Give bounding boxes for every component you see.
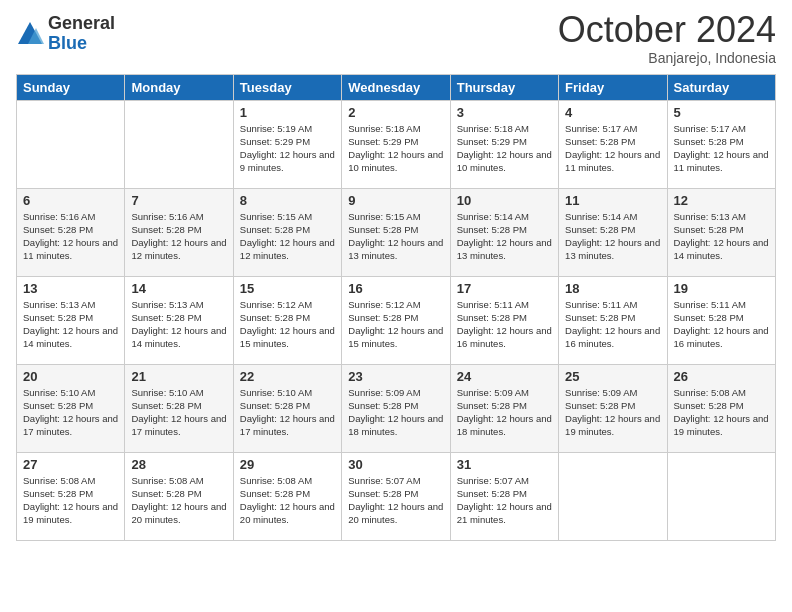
day-info: Sunrise: 5:10 AM Sunset: 5:28 PM Dayligh… xyxy=(240,386,335,439)
table-cell xyxy=(17,100,125,188)
day-info: Sunrise: 5:12 AM Sunset: 5:28 PM Dayligh… xyxy=(240,298,335,351)
table-cell: 6Sunrise: 5:16 AM Sunset: 5:28 PM Daylig… xyxy=(17,188,125,276)
day-number: 17 xyxy=(457,281,552,296)
logo-general-text: General xyxy=(48,14,115,34)
table-cell: 2Sunrise: 5:18 AM Sunset: 5:29 PM Daylig… xyxy=(342,100,450,188)
day-info: Sunrise: 5:14 AM Sunset: 5:28 PM Dayligh… xyxy=(565,210,660,263)
day-number: 6 xyxy=(23,193,118,208)
day-info: Sunrise: 5:09 AM Sunset: 5:28 PM Dayligh… xyxy=(348,386,443,439)
location: Banjarejo, Indonesia xyxy=(558,50,776,66)
day-number: 13 xyxy=(23,281,118,296)
day-info: Sunrise: 5:13 AM Sunset: 5:28 PM Dayligh… xyxy=(23,298,118,351)
col-sunday: Sunday xyxy=(17,74,125,100)
day-number: 1 xyxy=(240,105,335,120)
logo: General Blue xyxy=(16,14,115,54)
table-cell: 19Sunrise: 5:11 AM Sunset: 5:28 PM Dayli… xyxy=(667,276,775,364)
col-tuesday: Tuesday xyxy=(233,74,341,100)
logo-text: General Blue xyxy=(48,14,115,54)
day-number: 27 xyxy=(23,457,118,472)
day-number: 22 xyxy=(240,369,335,384)
table-cell xyxy=(125,100,233,188)
table-cell: 24Sunrise: 5:09 AM Sunset: 5:28 PM Dayli… xyxy=(450,364,558,452)
day-number: 31 xyxy=(457,457,552,472)
table-cell: 4Sunrise: 5:17 AM Sunset: 5:28 PM Daylig… xyxy=(559,100,667,188)
day-info: Sunrise: 5:19 AM Sunset: 5:29 PM Dayligh… xyxy=(240,122,335,175)
table-cell: 26Sunrise: 5:08 AM Sunset: 5:28 PM Dayli… xyxy=(667,364,775,452)
col-wednesday: Wednesday xyxy=(342,74,450,100)
day-number: 7 xyxy=(131,193,226,208)
table-cell: 1Sunrise: 5:19 AM Sunset: 5:29 PM Daylig… xyxy=(233,100,341,188)
day-info: Sunrise: 5:17 AM Sunset: 5:28 PM Dayligh… xyxy=(565,122,660,175)
table-cell: 16Sunrise: 5:12 AM Sunset: 5:28 PM Dayli… xyxy=(342,276,450,364)
table-cell xyxy=(559,452,667,540)
day-info: Sunrise: 5:09 AM Sunset: 5:28 PM Dayligh… xyxy=(565,386,660,439)
day-number: 10 xyxy=(457,193,552,208)
week-row-0: 1Sunrise: 5:19 AM Sunset: 5:29 PM Daylig… xyxy=(17,100,776,188)
day-info: Sunrise: 5:08 AM Sunset: 5:28 PM Dayligh… xyxy=(674,386,769,439)
title-block: October 2024 Banjarejo, Indonesia xyxy=(558,10,776,66)
day-number: 14 xyxy=(131,281,226,296)
col-friday: Friday xyxy=(559,74,667,100)
col-saturday: Saturday xyxy=(667,74,775,100)
day-number: 28 xyxy=(131,457,226,472)
table-cell: 30Sunrise: 5:07 AM Sunset: 5:28 PM Dayli… xyxy=(342,452,450,540)
day-number: 4 xyxy=(565,105,660,120)
day-number: 9 xyxy=(348,193,443,208)
day-info: Sunrise: 5:15 AM Sunset: 5:28 PM Dayligh… xyxy=(348,210,443,263)
table-cell: 27Sunrise: 5:08 AM Sunset: 5:28 PM Dayli… xyxy=(17,452,125,540)
day-number: 15 xyxy=(240,281,335,296)
week-row-2: 13Sunrise: 5:13 AM Sunset: 5:28 PM Dayli… xyxy=(17,276,776,364)
table-cell: 13Sunrise: 5:13 AM Sunset: 5:28 PM Dayli… xyxy=(17,276,125,364)
header: General Blue October 2024 Banjarejo, Ind… xyxy=(16,10,776,66)
day-info: Sunrise: 5:08 AM Sunset: 5:28 PM Dayligh… xyxy=(23,474,118,527)
table-cell: 17Sunrise: 5:11 AM Sunset: 5:28 PM Dayli… xyxy=(450,276,558,364)
day-number: 23 xyxy=(348,369,443,384)
day-info: Sunrise: 5:08 AM Sunset: 5:28 PM Dayligh… xyxy=(131,474,226,527)
day-number: 20 xyxy=(23,369,118,384)
table-cell: 8Sunrise: 5:15 AM Sunset: 5:28 PM Daylig… xyxy=(233,188,341,276)
col-thursday: Thursday xyxy=(450,74,558,100)
table-cell: 28Sunrise: 5:08 AM Sunset: 5:28 PM Dayli… xyxy=(125,452,233,540)
day-number: 11 xyxy=(565,193,660,208)
day-number: 5 xyxy=(674,105,769,120)
day-info: Sunrise: 5:10 AM Sunset: 5:28 PM Dayligh… xyxy=(23,386,118,439)
day-number: 25 xyxy=(565,369,660,384)
week-row-4: 27Sunrise: 5:08 AM Sunset: 5:28 PM Dayli… xyxy=(17,452,776,540)
table-cell: 18Sunrise: 5:11 AM Sunset: 5:28 PM Dayli… xyxy=(559,276,667,364)
day-info: Sunrise: 5:08 AM Sunset: 5:28 PM Dayligh… xyxy=(240,474,335,527)
month-title: October 2024 xyxy=(558,10,776,50)
day-info: Sunrise: 5:16 AM Sunset: 5:28 PM Dayligh… xyxy=(23,210,118,263)
day-number: 3 xyxy=(457,105,552,120)
table-cell: 23Sunrise: 5:09 AM Sunset: 5:28 PM Dayli… xyxy=(342,364,450,452)
day-info: Sunrise: 5:07 AM Sunset: 5:28 PM Dayligh… xyxy=(348,474,443,527)
table-cell: 3Sunrise: 5:18 AM Sunset: 5:29 PM Daylig… xyxy=(450,100,558,188)
day-info: Sunrise: 5:18 AM Sunset: 5:29 PM Dayligh… xyxy=(348,122,443,175)
table-cell: 12Sunrise: 5:13 AM Sunset: 5:28 PM Dayli… xyxy=(667,188,775,276)
table-cell: 9Sunrise: 5:15 AM Sunset: 5:28 PM Daylig… xyxy=(342,188,450,276)
day-number: 26 xyxy=(674,369,769,384)
day-number: 24 xyxy=(457,369,552,384)
day-info: Sunrise: 5:18 AM Sunset: 5:29 PM Dayligh… xyxy=(457,122,552,175)
day-number: 8 xyxy=(240,193,335,208)
day-number: 12 xyxy=(674,193,769,208)
table-cell: 10Sunrise: 5:14 AM Sunset: 5:28 PM Dayli… xyxy=(450,188,558,276)
table-cell: 21Sunrise: 5:10 AM Sunset: 5:28 PM Dayli… xyxy=(125,364,233,452)
logo-blue-text: Blue xyxy=(48,34,115,54)
table-cell: 25Sunrise: 5:09 AM Sunset: 5:28 PM Dayli… xyxy=(559,364,667,452)
day-info: Sunrise: 5:09 AM Sunset: 5:28 PM Dayligh… xyxy=(457,386,552,439)
day-info: Sunrise: 5:15 AM Sunset: 5:28 PM Dayligh… xyxy=(240,210,335,263)
day-info: Sunrise: 5:10 AM Sunset: 5:28 PM Dayligh… xyxy=(131,386,226,439)
page: General Blue October 2024 Banjarejo, Ind… xyxy=(0,0,792,612)
table-cell: 29Sunrise: 5:08 AM Sunset: 5:28 PM Dayli… xyxy=(233,452,341,540)
day-info: Sunrise: 5:16 AM Sunset: 5:28 PM Dayligh… xyxy=(131,210,226,263)
day-info: Sunrise: 5:07 AM Sunset: 5:28 PM Dayligh… xyxy=(457,474,552,527)
table-cell: 7Sunrise: 5:16 AM Sunset: 5:28 PM Daylig… xyxy=(125,188,233,276)
table-cell: 22Sunrise: 5:10 AM Sunset: 5:28 PM Dayli… xyxy=(233,364,341,452)
day-info: Sunrise: 5:14 AM Sunset: 5:28 PM Dayligh… xyxy=(457,210,552,263)
day-number: 19 xyxy=(674,281,769,296)
week-row-1: 6Sunrise: 5:16 AM Sunset: 5:28 PM Daylig… xyxy=(17,188,776,276)
day-number: 2 xyxy=(348,105,443,120)
calendar-header-row: Sunday Monday Tuesday Wednesday Thursday… xyxy=(17,74,776,100)
table-cell: 14Sunrise: 5:13 AM Sunset: 5:28 PM Dayli… xyxy=(125,276,233,364)
logo-icon xyxy=(16,20,44,48)
